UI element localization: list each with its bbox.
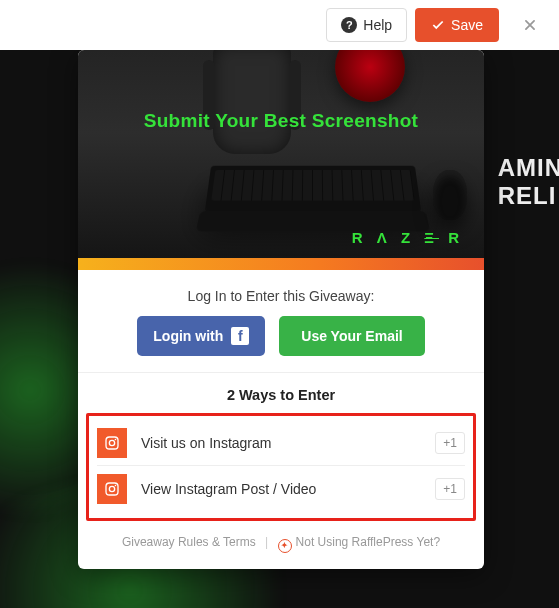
login-prompt: Log In to Enter this Giveaway: (98, 288, 464, 304)
close-icon (523, 18, 537, 32)
editor-topbar: ? Help Save (0, 0, 559, 50)
brand-logo: R Λ Z Ξ R (352, 229, 464, 246)
entry-label: Visit us on Instagram (141, 435, 435, 451)
entry-label: View Instagram Post / Video (141, 481, 435, 497)
svg-rect-3 (106, 483, 118, 495)
login-button-row: Login with f Use Your Email (98, 316, 464, 356)
login-facebook-button[interactable]: Login with f (137, 316, 265, 356)
hero-backpack-shape (213, 50, 291, 154)
instagram-icon (97, 474, 127, 504)
hero-mouse-shape (433, 170, 467, 220)
entry-points-badge: +1 (435, 478, 465, 500)
entries-highlight-box: Visit us on Instagram +1 View Instagram … (86, 413, 476, 521)
ways-to-enter-header: 2 Ways to Enter (78, 373, 484, 413)
login-section: Log In to Enter this Giveaway: Login wit… (78, 270, 484, 373)
facebook-icon: f (231, 327, 249, 345)
hero-accent-band (78, 258, 484, 270)
giveaway-card: Submit Your Best Screenshot R Λ Z Ξ R Lo… (78, 50, 484, 569)
help-button[interactable]: ? Help (326, 8, 407, 42)
login-facebook-label: Login with (153, 328, 223, 344)
help-label: Help (363, 17, 392, 33)
hero-red-shape (335, 50, 405, 102)
hero-image: Submit Your Best Screenshot R Λ Z Ξ R (78, 50, 484, 258)
entry-points-badge: +1 (435, 432, 465, 454)
save-label: Save (451, 17, 483, 33)
footer-separator: | (265, 535, 268, 549)
hero-title: Submit Your Best Screenshot (78, 110, 484, 132)
help-icon: ? (341, 17, 357, 33)
svg-point-5 (115, 485, 117, 487)
svg-point-1 (109, 440, 114, 445)
login-email-button[interactable]: Use Your Email (279, 316, 424, 356)
login-email-label: Use Your Email (301, 328, 402, 344)
check-icon (431, 18, 445, 32)
entry-row[interactable]: Visit us on Instagram +1 (97, 420, 465, 466)
svg-point-2 (115, 438, 117, 440)
bg-cropped-text: AMIN RELI (498, 154, 559, 209)
bg-text-line: RELI (498, 182, 559, 210)
rafflepress-icon: ✦ (278, 539, 292, 553)
save-button[interactable]: Save (415, 8, 499, 42)
card-footer: Giveaway Rules & Terms | ✦Not Using Raff… (78, 521, 484, 569)
svg-point-4 (109, 486, 114, 491)
close-button[interactable] (513, 8, 547, 42)
rules-link[interactable]: Giveaway Rules & Terms (122, 535, 256, 549)
bg-text-line: AMIN (498, 154, 559, 182)
entry-row[interactable]: View Instagram Post / Video +1 (97, 466, 465, 512)
svg-rect-0 (106, 437, 118, 449)
promo-link[interactable]: Not Using RafflePress Yet? (296, 535, 441, 549)
instagram-icon (97, 428, 127, 458)
hero-keyboard-shape (205, 166, 422, 212)
